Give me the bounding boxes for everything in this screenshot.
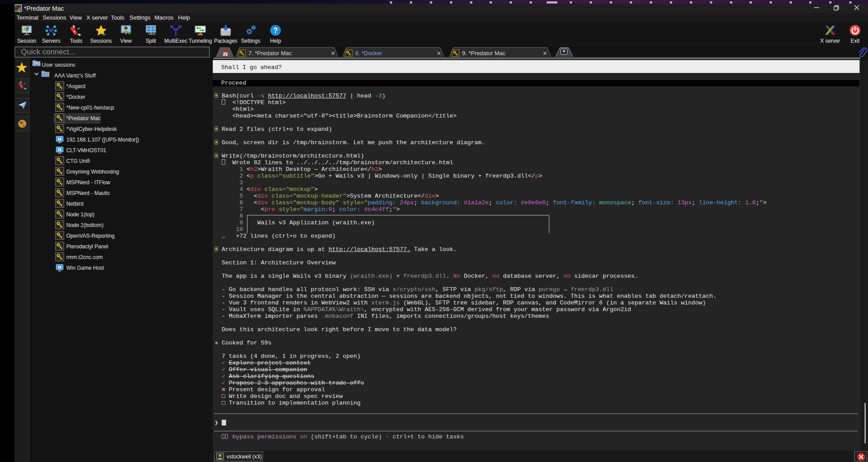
svg-text:?: ? <box>273 26 278 35</box>
svg-text:>_: >_ <box>15 5 18 8</box>
